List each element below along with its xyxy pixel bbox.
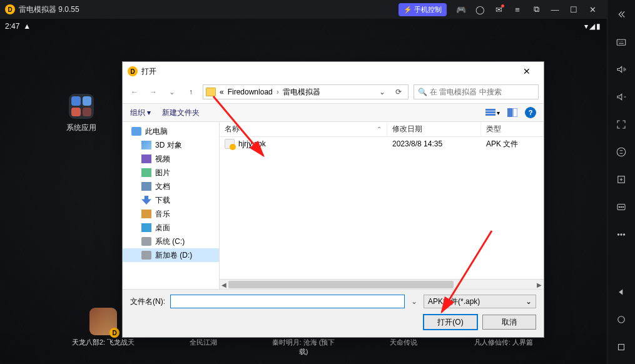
phone-control-button[interactable]: ⚡ 手机控制: [399, 3, 447, 16]
filename-input[interactable]: [170, 295, 405, 308]
col-name[interactable]: 名称⌃: [220, 122, 387, 136]
search-icon: 🔍: [418, 88, 427, 96]
close-button[interactable]: ✕: [583, 0, 602, 19]
pane-icon: [507, 108, 517, 117]
dock-label: 凡人修仙传: 人界篇: [469, 338, 538, 347]
file-date: 2023/8/8 14:35: [387, 139, 481, 148]
minimize-button[interactable]: —: [546, 0, 564, 19]
filename-dropdown[interactable]: ⌄: [410, 297, 419, 306]
folder-tree: 此电脑 3D 对象 视频 图片 文档 下载 音乐 桌面 系统 (C:) 新加卷 …: [123, 122, 220, 289]
list-view-icon: [485, 108, 495, 117]
scroll-right-button[interactable]: ▶: [535, 280, 544, 289]
android-back-button[interactable]: [613, 284, 629, 300]
svg-rect-7: [617, 39, 626, 45]
file-row[interactable]: hjrjy.apk 2023/8/8 14:35 APK 文件: [220, 137, 544, 151]
android-status-bar: 2:47 ▲ ▾◢▮: [0, 19, 607, 34]
filetype-dropdown[interactable]: APK文件(*.apk) ⌄: [424, 295, 536, 308]
cancel-button[interactable]: 取消: [482, 315, 536, 330]
address-dropdown[interactable]: ⌄: [375, 88, 389, 96]
system-app-label: 系统应用: [63, 123, 100, 133]
maximize-button[interactable]: ☐: [564, 0, 583, 19]
fullscreen-button[interactable]: [613, 116, 629, 133]
tree-3d-objects[interactable]: 3D 对象: [123, 138, 219, 152]
breadcrumb-firedownload[interactable]: Firedownload: [228, 88, 273, 96]
right-side-toolbar: [607, 0, 635, 364]
col-type[interactable]: 类型: [481, 122, 544, 136]
more-button[interactable]: [613, 226, 629, 243]
tree-this-pc[interactable]: 此电脑: [123, 124, 219, 138]
svg-rect-4: [513, 108, 517, 117]
svg-point-15: [621, 234, 622, 235]
account-icon[interactable]: ◯: [470, 0, 489, 19]
dock-label: 天命传说: [369, 338, 438, 347]
horizontal-scrollbar[interactable]: ◀ ▶: [220, 279, 544, 289]
dialog-bottom-panel: 文件名(N): ⌄ APK文件(*.apk) ⌄ 打开(O) 取消: [123, 289, 544, 337]
android-recents-button[interactable]: [613, 339, 629, 355]
keymap-button[interactable]: [613, 144, 629, 160]
view-mode-button[interactable]: ▾: [485, 108, 500, 117]
titlebar: D 雷电模拟器 9.0.55 ⚡ 手机控制 🎮 ◯ ✉ ≡ ⧉ — ☐ ✕: [0, 0, 607, 19]
tree-c-drive[interactable]: 系统 (C:): [123, 235, 219, 248]
search-input[interactable]: [430, 88, 534, 96]
dock-label: 天龙八部2: 飞龙战天: [69, 338, 138, 347]
svg-point-14: [617, 234, 619, 235]
svg-rect-0: [485, 109, 495, 111]
status-time: 2:47: [5, 22, 19, 31]
folder-icon: [206, 88, 216, 96]
col-date[interactable]: 修改日期: [387, 122, 481, 136]
breadcrumb-overflow[interactable]: «: [220, 88, 224, 96]
dialog-app-icon: D: [128, 66, 138, 76]
phone-control-label: 手机控制: [414, 5, 442, 14]
menu-icon[interactable]: ≡: [508, 0, 527, 19]
sync-button[interactable]: [613, 199, 629, 215]
keyboard-settings-button[interactable]: [613, 34, 629, 50]
breadcrumb-sep: ›: [277, 88, 279, 96]
chevron-down-icon: ⌄: [526, 297, 532, 306]
dialog-nav-row: ← → ⌄ ↑ « Firedownload › 雷电模拟器 ⌄ ⟳ 🔍: [123, 81, 544, 103]
tree-pictures[interactable]: 图片: [123, 166, 219, 179]
nav-back-button[interactable]: ←: [128, 85, 141, 99]
newfolder-button[interactable]: 新建文件夹: [162, 108, 200, 118]
nav-recent-dropdown[interactable]: ⌄: [165, 85, 179, 99]
tree-music[interactable]: 音乐: [123, 207, 219, 221]
scroll-thumb[interactable]: [228, 281, 454, 288]
multiwindow-icon[interactable]: ⧉: [527, 0, 546, 19]
organize-button[interactable]: 组织 ▾: [130, 108, 151, 118]
tree-downloads[interactable]: 下载: [123, 193, 219, 207]
tree-desktop[interactable]: 桌面: [123, 221, 219, 235]
system-app-icon[interactable]: 系统应用: [63, 94, 100, 133]
preview-pane-button[interactable]: [507, 108, 517, 117]
app-logo-icon: D: [5, 4, 15, 14]
nav-up-button[interactable]: ↑: [184, 85, 198, 99]
volume-up-button[interactable]: [613, 61, 629, 78]
volume-down-button[interactable]: [613, 89, 629, 105]
filetype-label: APK文件(*.apk): [428, 296, 526, 307]
file-open-dialog: D 打开 ✕ ← → ⌄ ↑ « Firedownload › 雷电模拟器 ⌄ …: [122, 61, 544, 338]
scroll-left-button[interactable]: ◀: [220, 280, 228, 289]
search-box[interactable]: 🔍: [414, 84, 539, 99]
nav-forward-button[interactable]: →: [146, 85, 160, 99]
gamepad-icon[interactable]: 🎮: [452, 0, 470, 19]
apk-file-icon: [225, 139, 235, 149]
dialog-titlebar: D 打开 ✕: [123, 62, 544, 81]
breadcrumb-current[interactable]: 雷电模拟器: [283, 87, 320, 98]
refresh-button[interactable]: ⟳: [392, 88, 405, 96]
tree-videos[interactable]: 视频: [123, 152, 219, 166]
mail-icon[interactable]: ✉: [489, 0, 508, 19]
dialog-close-button[interactable]: ✕: [515, 63, 539, 80]
tree-d-drive[interactable]: 新加卷 (D:): [123, 248, 219, 262]
dialog-toolbar: 组织 ▾ 新建文件夹 ▾ ?: [123, 103, 544, 122]
dock-label: 全民江湖: [169, 338, 238, 347]
multi-instance-button[interactable]: [613, 171, 629, 188]
collapse-sidebar-button[interactable]: [613, 6, 629, 23]
svg-point-11: [619, 206, 620, 208]
dock-label: 秦时明月: 沧海 (预下载): [269, 338, 338, 356]
address-bar[interactable]: « Firedownload › 雷电模拟器 ⌄ ⟳: [203, 84, 409, 99]
open-button[interactable]: 打开(O): [424, 315, 477, 330]
file-type: APK 文件: [481, 139, 544, 149]
app-title: 雷电模拟器 9.0.55: [19, 4, 79, 15]
android-home-button[interactable]: [613, 311, 629, 328]
status-icons: ▾◢▮: [584, 22, 602, 31]
tree-documents[interactable]: 文档: [123, 179, 219, 193]
help-button[interactable]: ?: [525, 107, 536, 118]
